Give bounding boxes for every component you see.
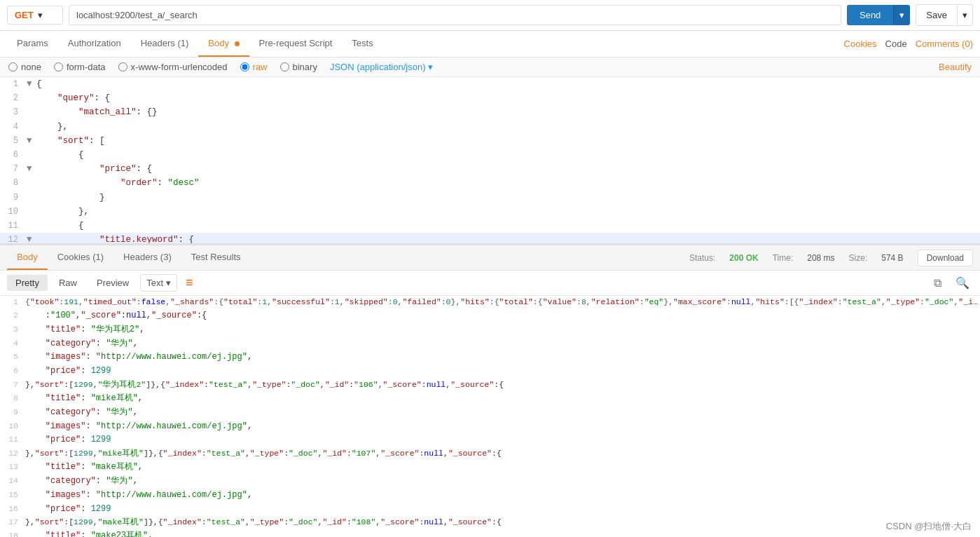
copy-icon[interactable]: ⧉ xyxy=(930,275,945,291)
code-editor[interactable]: 1 ▼ { 2 "query": { 3 "match_all": {} 4 }… xyxy=(0,77,980,245)
resp-line-15: 15 "images": "http://www.hauwei.com/ej.j… xyxy=(0,489,980,503)
resp-line-18: 18 "title": "make23耳机", xyxy=(0,529,980,537)
resp-format-bar: Pretty Raw Preview Text ▾ ≡ ⧉ 🔍 xyxy=(0,271,980,296)
nav-right: Cookies Code Comments (0) xyxy=(844,39,973,49)
code-line-2: 2 "query": { xyxy=(0,91,980,105)
code-line-12: 12 ▼ "title.keyword": { xyxy=(0,233,980,245)
resp-line-3: 3 "title": "华为耳机2", xyxy=(0,323,980,337)
status-size: 574 B xyxy=(881,253,903,263)
tab-params[interactable]: Params xyxy=(7,31,58,57)
resp-line-11: 11 "price": 1299 xyxy=(0,433,980,447)
option-raw[interactable]: raw xyxy=(240,62,268,72)
option-none[interactable]: none xyxy=(8,62,41,72)
search-icon[interactable]: 🔍 xyxy=(952,275,973,291)
option-formdata[interactable]: form-data xyxy=(54,62,106,72)
resp-tab-testresults[interactable]: Test Results xyxy=(181,245,251,270)
resp-line-9: 9 "category": "华为", xyxy=(0,406,980,420)
tab-prerequest[interactable]: Pre-request Script xyxy=(249,31,343,57)
json-dropdown-icon: ▾ xyxy=(428,62,433,72)
code-line-5: 5 ▼ "sort": [ xyxy=(0,134,980,148)
body-dot xyxy=(235,41,240,46)
code-line-4: 4 }, xyxy=(0,120,980,134)
json-type-select[interactable]: JSON (application/json) ▾ xyxy=(330,62,434,72)
code-line-11: 11 { xyxy=(0,219,980,233)
text-format-dropdown[interactable]: Text ▾ xyxy=(140,274,177,292)
resp-line-13: 13 "title": "make耳机", xyxy=(0,461,980,475)
code-line-8: 8 "order": "desc" xyxy=(0,176,980,190)
cookies-link[interactable]: Cookies xyxy=(844,39,877,49)
option-binary[interactable]: binary xyxy=(280,62,317,72)
method-dropdown-icon[interactable]: ▾ xyxy=(38,10,43,20)
resp-line-17: 17 },"sort":[1299,"make耳机"]},{"_index":"… xyxy=(0,516,980,529)
save-dropdown-button[interactable]: ▾ xyxy=(958,4,973,26)
method-select[interactable]: GET ▾ xyxy=(7,6,63,25)
code-line-10: 10 }, xyxy=(0,205,980,219)
top-section: GET ▾ Send ▾ Save ▾ Params Authorization… xyxy=(0,0,980,77)
text-dropdown-icon: ▾ xyxy=(166,278,171,288)
wrap-icon[interactable]: ≡ xyxy=(186,276,193,290)
fmt-tab-pretty[interactable]: Pretty xyxy=(7,275,48,291)
resp-line-6: 6 "price": 1299 xyxy=(0,365,980,379)
body-options: none form-data x-www-form-urlencoded raw… xyxy=(0,57,980,77)
send-dropdown-button[interactable]: ▾ xyxy=(893,5,910,25)
beautify-button[interactable]: Beautify xyxy=(939,62,972,72)
code-link[interactable]: Code xyxy=(885,39,907,49)
code-line-9: 9 } xyxy=(0,191,980,205)
download-button[interactable]: Download xyxy=(918,250,973,266)
fmt-tab-raw[interactable]: Raw xyxy=(50,275,85,291)
resp-tab-body[interactable]: Body xyxy=(7,245,48,270)
resp-tab-headers[interactable]: Headers (3) xyxy=(113,245,181,270)
resp-line-4: 4 "category": "华为", xyxy=(0,337,980,351)
app-container: GET ▾ Send ▾ Save ▾ Params Authorization… xyxy=(0,0,980,537)
response-tabs-bar: Body Cookies (1) Headers (3) Test Result… xyxy=(0,245,980,271)
code-line-3: 3 "match_all": {} xyxy=(0,105,980,119)
option-urlencoded[interactable]: x-www-form-urlencoded xyxy=(118,62,228,72)
method-label: GET xyxy=(15,10,34,20)
code-line-6: 6 { xyxy=(0,148,980,162)
tab-authorization[interactable]: Authorization xyxy=(58,31,131,57)
resp-line-7: 7 },"sort":[1299,"华为耳机2"]},{"_index":"te… xyxy=(0,379,980,392)
top-bar: GET ▾ Send ▾ Save ▾ xyxy=(0,0,980,31)
resp-line-2: 2 :"100","_score":null,"_source":{ xyxy=(0,309,980,323)
resp-line-14: 14 "category": "华为", xyxy=(0,475,980,489)
status-time: 208 ms xyxy=(807,253,834,263)
code-line-1: 1 ▼ { xyxy=(0,77,980,91)
resp-content[interactable]: 1 {"took":191,"timed_out":false,"_shards… xyxy=(0,296,980,537)
comments-link[interactable]: Comments (0) xyxy=(916,39,973,49)
resp-line-5: 5 "images": "http://www.hauwei.com/ej.jp… xyxy=(0,351,980,365)
resp-line-8: 8 "title": "mike耳机", xyxy=(0,392,980,406)
send-button[interactable]: Send xyxy=(847,5,893,25)
tab-body[interactable]: Body xyxy=(198,31,249,57)
nav-tabs: Params Authorization Headers (1) Body Pr… xyxy=(0,31,980,57)
response-section: Body Cookies (1) Headers (3) Test Result… xyxy=(0,245,980,537)
response-status-bar: Status: 200 OK Time: 208 ms Size: 574 B … xyxy=(689,250,973,266)
watermark: CSDN @扫地僧·大白 xyxy=(886,520,972,533)
url-input[interactable] xyxy=(69,5,841,25)
tab-headers[interactable]: Headers (1) xyxy=(131,31,199,57)
resp-line-1: 1 {"took":191,"timed_out":false,"_shards… xyxy=(0,296,980,309)
resp-line-12: 12 },"sort":[1299,"mike耳机"]},{"_index":"… xyxy=(0,447,980,461)
resp-icons: ⧉ 🔍 xyxy=(930,275,973,291)
save-button[interactable]: Save xyxy=(916,4,958,26)
code-line-7: 7 ▼ "price": { xyxy=(0,162,980,176)
tab-tests[interactable]: Tests xyxy=(342,31,382,57)
status-ok: 200 OK xyxy=(729,253,758,263)
fmt-tab-preview[interactable]: Preview xyxy=(88,275,137,291)
resp-line-10: 10 "images": "http://www.hauwei.com/ej.j… xyxy=(0,420,980,434)
resp-line-16: 16 "price": 1299 xyxy=(0,503,980,517)
resp-tab-cookies[interactable]: Cookies (1) xyxy=(48,245,113,270)
